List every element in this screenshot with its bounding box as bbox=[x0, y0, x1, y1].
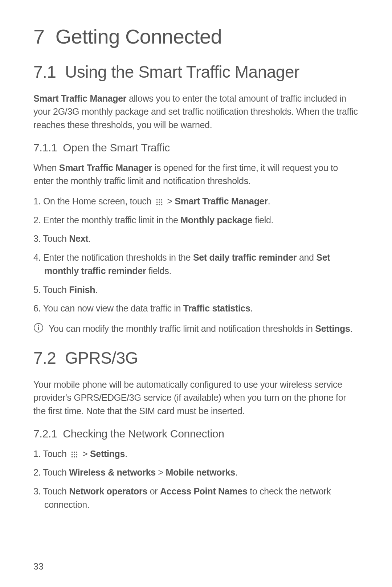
bold-text: Network operators bbox=[69, 486, 147, 496]
body-text: . bbox=[250, 303, 253, 313]
svg-point-17 bbox=[76, 454, 78, 455]
section-title: Using the Smart Traffic Manager bbox=[65, 62, 299, 81]
list-item: 6. You can now view the data traffic in … bbox=[33, 302, 359, 315]
step-number: 1. bbox=[33, 196, 41, 206]
list-item: 1. On the Home screen, touch > Smart Tra… bbox=[33, 195, 359, 208]
body-text: Enter the notification thresholds in the bbox=[43, 252, 193, 262]
svg-point-13 bbox=[74, 452, 75, 453]
bold-text: Next bbox=[69, 233, 88, 244]
bold-text: Wireless & networks bbox=[69, 467, 156, 477]
bold-text: Access Point Names bbox=[160, 486, 248, 496]
list-item: 3. Touch Network operators or Access Poi… bbox=[33, 485, 359, 512]
subsection-number: 7.2.1 bbox=[33, 428, 57, 440]
bold-text: Smart Traffic Manager bbox=[59, 163, 152, 173]
list-item: 4. Enter the notification thresholds in … bbox=[33, 251, 359, 278]
body-text: > bbox=[156, 467, 166, 477]
bold-text: Smart Traffic Manager bbox=[175, 196, 268, 206]
svg-point-5 bbox=[161, 201, 162, 203]
body-text: field. bbox=[253, 215, 274, 225]
note-callout: You can modify the monthly traffic limit… bbox=[33, 322, 359, 335]
step-number: 3. bbox=[33, 233, 41, 244]
bold-text: Monthly package bbox=[180, 215, 252, 225]
section-title: GPRS/3G bbox=[65, 348, 138, 367]
body-text: . bbox=[268, 196, 270, 206]
svg-point-19 bbox=[74, 456, 75, 458]
svg-point-15 bbox=[72, 454, 73, 455]
svg-point-8 bbox=[161, 204, 162, 205]
subsection-title: Checking the Network Connection bbox=[63, 428, 224, 440]
step-number: 2. bbox=[33, 467, 41, 477]
body-text: Touch bbox=[43, 467, 69, 477]
bold-text: Settings bbox=[90, 449, 125, 459]
body-text: Touch bbox=[43, 233, 69, 244]
svg-point-4 bbox=[159, 201, 160, 203]
page-number: 33 bbox=[33, 561, 44, 572]
note-text: You can modify the monthly traffic limit… bbox=[49, 322, 352, 335]
subsection-heading-7-2-1: 7.2.1 Checking the Network Connection bbox=[33, 428, 359, 440]
svg-point-7 bbox=[159, 204, 160, 205]
body-text: > bbox=[165, 196, 175, 206]
step-number: 3. bbox=[33, 486, 41, 496]
body-text: fields. bbox=[146, 266, 171, 276]
step-number: 1. bbox=[33, 449, 41, 459]
chapter-title: Getting Connected bbox=[56, 25, 222, 48]
section-7-2-intro: Your mobile phone will be automatically … bbox=[33, 378, 359, 417]
bold-text: Smart Traffic Manager bbox=[33, 93, 126, 103]
body-text: On the Home screen, touch bbox=[43, 196, 154, 206]
step-number: 2. bbox=[33, 215, 41, 225]
subsection-7-1-1-intro: When Smart Traffic Manager is opened for… bbox=[33, 161, 359, 188]
subsection-title: Open the Smart Traffic bbox=[63, 142, 170, 154]
info-icon bbox=[33, 323, 44, 334]
body-text: Touch bbox=[43, 486, 69, 496]
body-text: Touch bbox=[43, 449, 69, 459]
list-item: 2. Enter the monthly traffic limit in th… bbox=[33, 213, 359, 227]
subsection-heading-7-1-1: 7.1.1 Open the Smart Traffic bbox=[33, 142, 359, 154]
apps-grid-icon bbox=[155, 198, 163, 206]
body-text: or bbox=[147, 486, 160, 496]
body-text: . bbox=[95, 285, 98, 295]
chapter-number: 7 bbox=[33, 25, 45, 48]
svg-point-10 bbox=[38, 325, 39, 326]
body-text: You can modify the monthly traffic limit… bbox=[49, 323, 315, 334]
bold-text: Mobile networks bbox=[166, 467, 235, 477]
body-text: . bbox=[125, 449, 127, 459]
body-text: Touch bbox=[43, 285, 69, 295]
section-7-1-intro: Smart Traffic Manager allows you to ente… bbox=[33, 92, 359, 131]
subsection-number: 7.1.1 bbox=[33, 142, 57, 154]
svg-point-2 bbox=[161, 199, 162, 200]
svg-point-12 bbox=[72, 452, 73, 453]
section-heading-7-1: 7.1 Using the Smart Traffic Manager bbox=[33, 62, 359, 82]
section-number: 7.1 bbox=[33, 62, 56, 81]
step-number: 4. bbox=[33, 252, 41, 262]
svg-point-16 bbox=[74, 454, 75, 455]
bold-text: Set daily traffic reminder bbox=[193, 252, 297, 262]
body-text: > bbox=[80, 449, 90, 459]
body-text: and bbox=[297, 252, 316, 262]
list-item: 3. Touch Next. bbox=[33, 232, 359, 246]
bold-text: Finish bbox=[69, 285, 95, 295]
list-item: 2. Touch Wireless & networks > Mobile ne… bbox=[33, 466, 359, 480]
body-text: . bbox=[350, 323, 353, 334]
list-item: 1. Touch > Settings. bbox=[33, 447, 359, 461]
steps-list-7-2-1: 1. Touch > Settings. 2. Touch Wireless &… bbox=[33, 447, 359, 512]
svg-point-0 bbox=[156, 199, 158, 200]
svg-rect-11 bbox=[38, 327, 39, 330]
document-page: 7 Getting Connected 7.1 Using the Smart … bbox=[0, 0, 392, 587]
body-text: . bbox=[235, 467, 238, 477]
svg-point-3 bbox=[156, 201, 158, 203]
chapter-heading: 7 Getting Connected bbox=[33, 25, 359, 48]
section-number: 7.2 bbox=[33, 348, 56, 367]
svg-point-6 bbox=[156, 204, 158, 205]
svg-point-18 bbox=[72, 456, 73, 458]
body-text: You can now view the data traffic in bbox=[43, 303, 183, 313]
step-number: 5. bbox=[33, 285, 41, 295]
bold-text: Settings bbox=[315, 323, 350, 334]
steps-list-7-1-1: 1. On the Home screen, touch > Smart Tra… bbox=[33, 195, 359, 315]
svg-point-14 bbox=[76, 452, 78, 453]
apps-grid-icon bbox=[70, 451, 78, 458]
body-text: Enter the monthly traffic limit in the bbox=[43, 215, 180, 225]
section-heading-7-2: 7.2 GPRS/3G bbox=[33, 348, 359, 368]
body-text: . bbox=[88, 233, 91, 244]
svg-point-1 bbox=[159, 199, 160, 200]
list-item: 5. Touch Finish. bbox=[33, 283, 359, 297]
